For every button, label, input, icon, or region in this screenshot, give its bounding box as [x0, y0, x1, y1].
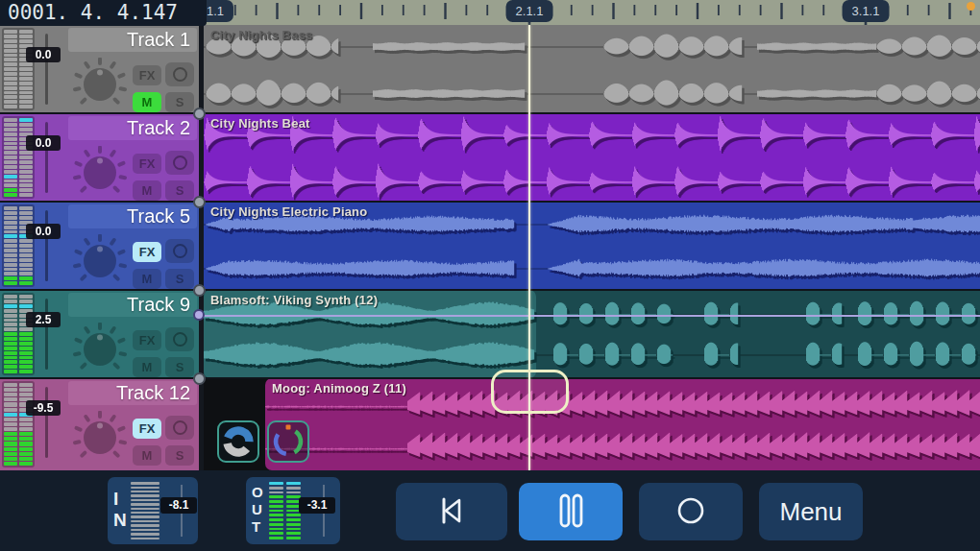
fx-button[interactable]: FX	[133, 154, 161, 174]
clip-label: City Nights Electric Piano	[210, 204, 367, 219]
solo-button[interactable]: S	[165, 269, 194, 289]
solo-button[interactable]: S	[165, 445, 194, 466]
track-vu-meter	[2, 204, 35, 287]
arm-circle-icon	[173, 332, 187, 347]
menu-button[interactable]: Menu	[759, 483, 863, 540]
volume-fader[interactable]	[45, 210, 48, 281]
track-12-header: -9.5 Track 12 FX M S	[0, 378, 199, 470]
skip-start-icon	[430, 490, 473, 535]
volume-fader[interactable]	[45, 299, 48, 370]
record-arm-button[interactable]	[165, 239, 194, 263]
track-gutter	[199, 25, 204, 470]
track-resize-handle[interactable]	[193, 108, 206, 120]
record-arm-button[interactable]	[165, 151, 194, 175]
volume-value[interactable]: 0.0	[26, 47, 61, 62]
timecode-display[interactable]: 0001. 4. 4.147	[0, 0, 207, 26]
clip-label: Blamsoft: Viking Synth (12)	[210, 293, 378, 307]
arm-circle-icon	[173, 156, 187, 170]
viking-synth-plugin-icon[interactable]	[217, 420, 259, 463]
animoog-plugin-icon[interactable]	[267, 420, 309, 463]
track-divider	[0, 201, 980, 203]
pause-button[interactable]	[519, 483, 623, 540]
input-level-value: -8.1	[160, 497, 197, 514]
track-name[interactable]: Track 9	[68, 293, 197, 317]
clip-label: City Nights Bass	[210, 28, 313, 42]
waveform-canvas	[204, 113, 980, 202]
automation-line[interactable]	[204, 315, 980, 317]
fx-button[interactable]: FX	[133, 242, 161, 262]
record-arm-button[interactable]	[165, 327, 194, 351]
track-resize-handle[interactable]	[193, 372, 206, 385]
skip-to-start-button[interactable]	[396, 483, 507, 540]
bar-marker-label: 2.1.1	[506, 0, 553, 22]
solo-button[interactable]: S	[165, 92, 194, 112]
track-2-header: 0.0 Track 2 FX M S	[0, 113, 199, 202]
track-resize-handle[interactable]	[193, 196, 206, 208]
track-vu-meter	[2, 28, 35, 110]
bar-marker-label: 3.1.1	[843, 0, 890, 22]
timeline-ruler[interactable]: 0001. 4. 4.147 1.12.1.13.1.1	[0, 0, 980, 25]
track-divider	[0, 289, 980, 291]
track-1-lane: City Nights Bass	[204, 25, 980, 113]
volume-value[interactable]: 0.0	[26, 135, 61, 151]
mute-button[interactable]: M	[133, 445, 161, 466]
pan-knob[interactable]	[73, 411, 127, 465]
output-level-value: -3.1	[299, 497, 335, 514]
pan-knob[interactable]	[73, 58, 127, 111]
record-arm-button[interactable]	[165, 416, 194, 440]
volume-fader[interactable]	[45, 387, 48, 458]
pan-knob[interactable]	[73, 323, 127, 376]
track-2-lane: City Nights Beat	[204, 113, 980, 202]
track-vu-meter	[2, 381, 35, 467]
marker-dot-icon	[967, 2, 975, 11]
edit-selection-box[interactable]	[491, 370, 569, 414]
track-9-header: 2.5 Track 9 FX M S	[0, 290, 199, 378]
mute-button[interactable]: M	[133, 357, 161, 377]
pause-icon	[550, 490, 592, 535]
input-level-meter	[131, 482, 159, 539]
track-vu-meter	[2, 293, 35, 375]
fx-button[interactable]: FX	[133, 419, 161, 439]
volume-fader[interactable]	[45, 34, 48, 105]
track-name[interactable]: Track 5	[68, 204, 197, 228]
track-9-lane: Blamsoft: Viking Synth (12)	[204, 290, 980, 378]
track-name[interactable]: Track 12	[68, 381, 197, 405]
track-divider	[0, 112, 980, 114]
daw-app: 0001. 4. 4.147 1.12.1.13.1.1 City Nights…	[0, 0, 980, 551]
fx-button[interactable]: FX	[133, 330, 161, 350]
mute-button[interactable]: M	[133, 180, 161, 201]
track-divider	[0, 377, 980, 379]
fx-button[interactable]: FX	[133, 65, 161, 85]
record-button[interactable]	[639, 483, 743, 540]
pan-knob[interactable]	[73, 146, 127, 200]
volume-value[interactable]: -9.5	[26, 400, 61, 416]
mute-button[interactable]: M	[133, 92, 161, 112]
input-meter-panel: I N -8.1	[108, 477, 198, 544]
mute-button[interactable]: M	[133, 269, 161, 289]
track-resize-handle[interactable]	[193, 284, 206, 297]
clip-label: City Nights Beat	[210, 116, 310, 131]
clip-label: Moog: Animoog Z (11)	[272, 381, 406, 395]
output-meter-panel: O U T -3.1	[246, 477, 340, 544]
volume-value[interactable]: 0.0	[26, 224, 61, 239]
track-5-header: 0.0 Track 5 FX M S	[0, 202, 199, 290]
transport-bar: I N -8.1 O U T -3.1	[0, 470, 980, 551]
track-name[interactable]: Track 2	[68, 116, 197, 140]
track-12-lane: Moog: Animoog Z (11)	[204, 378, 980, 470]
track-1-header: 0.0 Track 1 FX M S	[0, 25, 199, 113]
record-arm-button[interactable]	[165, 62, 194, 86]
solo-button[interactable]: S	[165, 180, 194, 201]
waveform-canvas	[204, 25, 980, 113]
track-name[interactable]: Track 1	[68, 28, 197, 52]
arm-circle-icon	[173, 244, 187, 258]
volume-value[interactable]: 2.5	[26, 312, 61, 327]
output-label: O U T	[252, 484, 263, 536]
volume-fader[interactable]	[45, 122, 48, 193]
solo-button[interactable]: S	[165, 357, 194, 377]
pan-knob[interactable]	[73, 234, 127, 288]
record-icon	[670, 490, 712, 535]
automation-handle[interactable]	[193, 309, 205, 321]
arm-circle-icon	[173, 67, 187, 82]
output-level-meter	[269, 482, 301, 539]
input-label: I N	[113, 489, 127, 531]
